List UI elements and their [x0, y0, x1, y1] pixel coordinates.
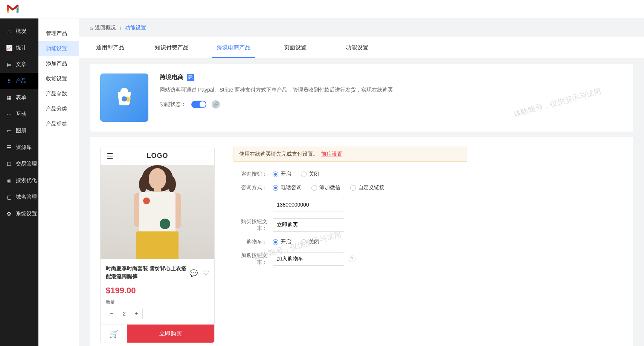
gear-icon: ✿ [6, 211, 12, 217]
status-label: 功能状态： [160, 101, 186, 108]
inquiry-btn-label: 咨询按钮： [233, 171, 267, 178]
cart-icon: ☐ [6, 161, 12, 167]
nav-articles[interactable]: ▤文章 [0, 56, 38, 73]
feature-icon [100, 73, 148, 122]
nav-overview[interactable]: ⌂概况 [0, 23, 38, 40]
feature-desc: 网站访客可通过 Paypal、Stripe 两种支付方式下单产品，管理员收到付款… [160, 87, 623, 93]
phone-input[interactable] [273, 198, 344, 211]
breadcrumb-back[interactable]: 返回概况 [95, 24, 116, 31]
hamburger-icon[interactable]: ☰ [107, 152, 113, 161]
inquiry-method-label: 咨询方式： [233, 184, 267, 191]
sidebar-sub: 管理产品 功能设置 添加产品 收货设置 产品参数 产品分类 产品标签 [38, 18, 79, 346]
feature-badge: 际 [187, 74, 194, 81]
globe-icon: ▢ [6, 194, 12, 200]
sub-product-params[interactable]: 产品参数 [38, 86, 79, 101]
tab-page-settings[interactable]: 页面设置 [264, 37, 326, 58]
stack-icon: ☰ [6, 144, 12, 150]
qty-label: 数量 [106, 299, 209, 306]
content-area: 体验账号，仅供演示与试用 体验账号，仅供演示与试用 ⌂ 返回概况 / 功能设置 … [79, 18, 644, 346]
method-custom[interactable]: 自定义链接 [350, 184, 385, 191]
go-settings-link[interactable]: 前往设置 [321, 151, 342, 157]
sub-manage-products[interactable]: 管理产品 [38, 26, 79, 41]
buy-text-input[interactable] [273, 218, 344, 232]
product-preview: ☰ LOGO 时尚夏季时尚套装 雪纺背心上衣搭配潮流阔腿裤 💬 [100, 147, 215, 343]
cart-button[interactable]: 🛒 [101, 325, 127, 343]
preview-price: $199.00 [106, 286, 209, 295]
tab-general[interactable]: 通用型产品 [79, 37, 141, 58]
top-bar [0, 0, 644, 18]
heart-icon[interactable]: ♡ [203, 269, 209, 277]
chat-icon: ⋯ [6, 111, 12, 117]
nav-system[interactable]: ✿系统设置 [0, 205, 38, 222]
image-icon: ▭ [6, 128, 12, 134]
sub-product-tags[interactable]: 产品标签 [38, 116, 79, 132]
preview-product-title: 时尚夏季时尚套装 雪纺背心上衣搭配潮流阔腿裤 [106, 265, 189, 280]
inquiry-btn-on[interactable]: 开启 [273, 171, 291, 178]
preview-image [101, 165, 214, 259]
feature-status-row: 功能状态： 🔗 [160, 100, 623, 109]
nav-stats[interactable]: 📈统计 [0, 40, 38, 56]
doc-icon: ▤ [6, 61, 12, 67]
buy-text-label: 购买按钮文本： [233, 218, 267, 232]
nav-gallery[interactable]: ▭图册 [0, 122, 38, 139]
nav-transactions[interactable]: ☐交易管理 [0, 156, 38, 172]
nav-products[interactable]: ⠿产品 [0, 73, 38, 89]
tab-crossborder[interactable]: 跨境电商产品 [203, 37, 264, 58]
add-text-input[interactable] [273, 252, 344, 266]
feature-toggle[interactable] [191, 101, 206, 108]
method-phone[interactable]: 电话咨询 [273, 184, 302, 191]
nav-seo[interactable]: ◎搜索优化 [0, 172, 38, 189]
cart-label: 购物车： [233, 239, 267, 245]
help-icon[interactable]: ? [349, 256, 356, 262]
qty-plus[interactable]: + [131, 308, 142, 319]
tab-knowledge[interactable]: 知识付费产品 [141, 37, 203, 58]
settings-form: 使用在线购买请先完成支付设置。 前往设置 咨询按钮： 开启 关闭 咨询方式： 电… [233, 147, 467, 273]
link-button[interactable]: 🔗 [212, 100, 220, 109]
payment-alert: 使用在线购买请先完成支付设置。 前往设置 [233, 147, 467, 162]
tab-feature-settings[interactable]: 功能设置 [326, 37, 388, 58]
home-icon: ⌂ [6, 28, 12, 34]
feature-card: 跨境电商 际 网站访客可通过 Paypal、Stripe 两种支付方式下单产品，… [90, 64, 633, 132]
preview-logo: LOGO [147, 152, 168, 160]
nav-resources[interactable]: ☰资源库 [0, 139, 38, 156]
feature-title: 跨境电商 际 [160, 73, 623, 81]
qty-stepper: − 2 + [106, 308, 143, 319]
breadcrumb-current: 功能设置 [125, 24, 146, 31]
breadcrumb: ⌂ 返回概况 / 功能设置 [79, 18, 644, 37]
buy-now-button[interactable]: 立即购买 [127, 325, 214, 343]
method-wechat[interactable]: 添加微信 [311, 184, 340, 191]
qty-value: 2 [118, 311, 131, 317]
settings-card: ☰ LOGO 时尚夏季时尚套装 雪纺背心上衣搭配潮流阔腿裤 💬 [90, 137, 633, 346]
breadcrumb-sep: / [120, 25, 121, 31]
app-logo [5, 2, 20, 17]
cart-off[interactable]: 关闭 [301, 239, 319, 245]
qty-minus[interactable]: − [106, 308, 118, 319]
sub-feature-settings[interactable]: 功能设置 [38, 41, 79, 56]
inquiry-btn-off[interactable]: 关闭 [301, 171, 319, 178]
svg-point-0 [122, 96, 127, 102]
tabs: 通用型产品 知识付费产品 跨境电商产品 页面设置 功能设置 [79, 37, 644, 58]
comment-icon[interactable]: 💬 [189, 269, 198, 277]
cart-on[interactable]: 开启 [273, 239, 291, 245]
nav-interact[interactable]: ⋯互动 [0, 106, 38, 122]
add-text-label: 加购按钮文本： [233, 252, 267, 266]
chart-icon: 📈 [6, 45, 12, 51]
nav-forms[interactable]: ▦表单 [0, 89, 38, 106]
sidebar-main: ⌂概况 📈统计 ▤文章 ⠿产品 ▦表单 ⋯互动 ▭图册 ☰资源库 ☐交易管理 ◎… [0, 18, 38, 346]
target-icon: ◎ [6, 178, 12, 184]
nav-domain[interactable]: ▢域名管理 [0, 189, 38, 205]
sub-product-categories[interactable]: 产品分类 [38, 101, 79, 116]
sub-shipping-settings[interactable]: 收货设置 [38, 71, 79, 86]
home-icon: ⌂ [90, 25, 93, 31]
sub-add-product[interactable]: 添加产品 [38, 56, 79, 71]
grid-icon: ⠿ [6, 78, 12, 84]
list-icon: ▦ [6, 95, 12, 101]
